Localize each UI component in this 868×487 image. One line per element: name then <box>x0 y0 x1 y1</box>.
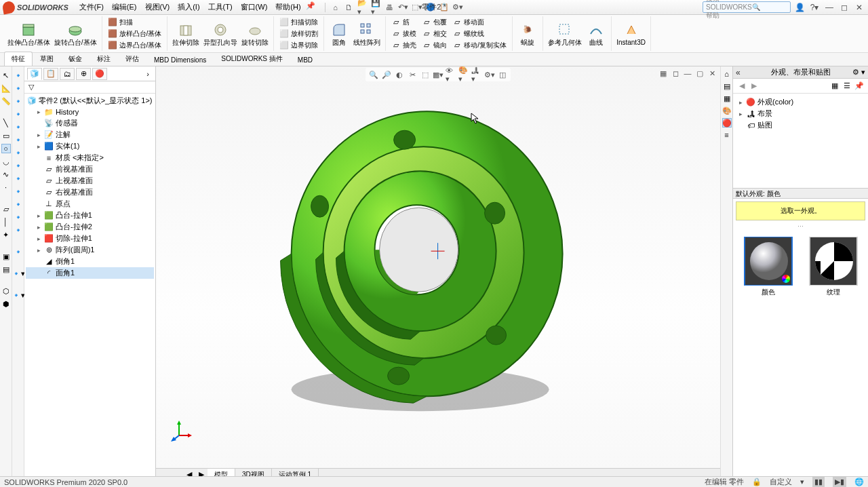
menu-file[interactable]: 文件(F) <box>75 0 108 14</box>
undo-icon[interactable]: ↶▾ <box>398 2 409 13</box>
menu-edit[interactable]: 编辑(E) <box>108 0 141 14</box>
lt2-11-icon[interactable]: 🔹 <box>14 199 23 209</box>
tree-tab-props[interactable]: 📋 <box>43 68 58 80</box>
tree-annotations[interactable]: ▸📝注解 <box>26 129 154 140</box>
model-flange[interactable] <box>271 91 570 416</box>
lt2-14-icon[interactable]: 🔹 <box>14 247 23 256</box>
draft-button[interactable]: ▱拔模 <box>389 28 419 39</box>
tree-history[interactable]: ▸📁History <box>26 106 154 117</box>
lt-plane-icon[interactable]: ▱ <box>1 204 11 214</box>
display-style-icon[interactable]: ▩▾ <box>433 69 443 80</box>
shell-button[interactable]: ▱抽壳 <box>389 40 419 51</box>
wrap-button[interactable]: ▱包覆 <box>419 17 450 28</box>
tree-fillet1[interactable]: ◜面角1 <box>26 267 154 279</box>
rp-tile-icon[interactable]: ▦ <box>830 81 840 91</box>
ref-geometry-button[interactable]: 参考几何体 <box>546 20 584 47</box>
tree-tab-display[interactable]: ⊕ <box>76 68 91 80</box>
lt-view1-icon[interactable]: ▣ <box>1 252 11 261</box>
tab-addins[interactable]: SOLIDWORKS 插件 <box>214 52 290 66</box>
thread-button[interactable]: ▱螺纹线 <box>450 28 509 39</box>
vp-close-icon[interactable]: ✕ <box>707 68 717 79</box>
tab-sheetmetal[interactable]: 钣金 <box>61 52 90 66</box>
lt2-5-icon[interactable]: 🔹 <box>14 122 23 132</box>
vp-max-icon[interactable]: ▢ <box>694 68 705 79</box>
menu-window[interactable]: 窗口(W) <box>237 0 272 14</box>
sweep-button[interactable]: 🟫扫描 <box>105 17 165 28</box>
prev-view-icon[interactable]: ◐ <box>394 69 405 80</box>
view-setting-icon[interactable]: ⚙▾ <box>484 69 495 80</box>
menu-insert[interactable]: 插入(I) <box>174 0 203 14</box>
lt-rect-icon[interactable]: ▭ <box>1 131 11 140</box>
lt-spline-icon[interactable]: ∿ <box>1 170 11 179</box>
tab-evaluate[interactable]: 评估 <box>118 52 146 66</box>
lt2-7-icon[interactable]: 🔹 <box>14 148 23 157</box>
rp-list-icon[interactable]: ☰ <box>842 81 852 91</box>
rp-fwd-icon[interactable]: ▶ <box>749 81 759 91</box>
tree-sensors[interactable]: 📡传感器 <box>26 117 154 129</box>
tree-origin[interactable]: ⊥原点 <box>26 198 154 210</box>
mirror-button[interactable]: ▱镜向 <box>419 40 450 51</box>
search-icon[interactable]: 🔍 <box>752 3 787 11</box>
close-button[interactable]: ✕ <box>853 2 865 13</box>
lt2-3-icon[interactable]: 🔹 <box>14 96 23 106</box>
rp-pin-icon[interactable]: 📌 <box>854 81 864 91</box>
rr-views-icon[interactable]: ▦ <box>722 94 732 103</box>
fillet-button[interactable]: 圆角 <box>327 20 351 47</box>
viewport[interactable]: 🔍 🔎 ◐ ✂ ⬚ ▩▾ 👁▾ 🎨▾ 🏞▾ ⚙▾ ◫ ▦ ◻ — ▢ ✕ <box>156 66 720 480</box>
tree-tab-config[interactable]: 🗂 <box>60 68 75 80</box>
rr-appearance-icon[interactable]: 🔴 <box>722 118 732 128</box>
tab-mbd-dim[interactable]: MBD Dimensions <box>146 54 214 66</box>
section-icon[interactable]: ✂ <box>407 69 418 80</box>
new-icon[interactable]: 🗋 <box>344 2 355 13</box>
swatch-texture[interactable]: 纹理 <box>809 237 858 297</box>
tree-front-plane[interactable]: ▱前视基准面 <box>26 163 154 175</box>
lt-circle-icon[interactable]: ○ <box>1 144 11 153</box>
snail-button[interactable]: 🐌蜗旋 <box>515 20 540 47</box>
settings-icon[interactable]: ⚙▾ <box>452 2 463 13</box>
tree-filter[interactable]: ▽ <box>24 81 155 94</box>
tree-expand-icon[interactable]: › <box>143 69 153 79</box>
status-next-icon[interactable]: ▶▮ <box>833 477 846 487</box>
zoom-area-icon[interactable]: 🔎 <box>381 69 392 80</box>
loft-button[interactable]: 🟫放样凸台/基体 <box>105 28 165 39</box>
lt2-16-icon[interactable]: 🔹▾ <box>14 290 23 300</box>
status-pause-icon[interactable]: ▮▮ <box>812 477 825 487</box>
boundary-button[interactable]: 🟫边界凸台/基体 <box>105 40 165 51</box>
lt-tool2-icon[interactable]: ⬢ <box>1 299 11 309</box>
extrude-cut-button[interactable]: 拉伸切除 <box>170 20 201 47</box>
extrude-boss-button[interactable]: 拉伸凸台/基体 <box>5 20 52 47</box>
tree-tab-appear[interactable]: 🔴 <box>92 68 107 80</box>
revolve-boss-button[interactable]: 旋转凸台/基体 <box>52 20 99 47</box>
status-globe-icon[interactable]: 🌐 <box>854 478 864 486</box>
rp-scene-node[interactable]: ▸🏞布景 <box>736 108 865 119</box>
tree-tab-feature[interactable]: 🧊 <box>27 68 42 80</box>
view-orient-icon[interactable]: ⬚ <box>420 69 431 80</box>
curves-button[interactable]: 曲线 <box>584 20 608 47</box>
lt2-10-icon[interactable]: 🔹 <box>14 187 23 196</box>
rr-palette-icon[interactable]: 🎨 <box>722 106 732 115</box>
tree-right-plane[interactable]: ▱右视基准面 <box>26 187 154 198</box>
tree-extrude1[interactable]: ▸🟩凸台-拉伸1 <box>26 210 154 221</box>
lt2-13-icon[interactable]: 🔹 <box>14 225 23 235</box>
tab-mbd[interactable]: MBD <box>290 54 320 66</box>
help-icon[interactable]: ?▾ <box>808 2 821 13</box>
lt-measure-icon[interactable]: 📏 <box>1 96 11 106</box>
home-icon[interactable]: ⌂ <box>330 2 341 13</box>
lt2-4-icon[interactable]: 🔹 <box>14 109 23 119</box>
lt-line-icon[interactable]: ╲ <box>1 118 11 128</box>
tree-top-plane[interactable]: ▱上视基准面 <box>26 175 154 187</box>
print-icon[interactable]: 🖶 <box>384 2 395 13</box>
tab-features[interactable]: 特征 <box>4 52 33 66</box>
hole-wizard-button[interactable]: 异型孔向导 <box>201 20 239 47</box>
open-icon[interactable]: 📂▾ <box>357 2 368 13</box>
vp-tile-icon[interactable]: ▦ <box>658 68 669 79</box>
loft-cut-button[interactable]: ⬜放样切割 <box>277 28 321 39</box>
maximize-button[interactable]: ◻ <box>838 2 850 13</box>
vp-min-icon[interactable]: — <box>682 68 693 79</box>
hide-show-icon[interactable]: 👁▾ <box>446 69 456 80</box>
select-icon[interactable]: ⬚▾ <box>412 2 422 13</box>
vp-restore-icon[interactable]: ◻ <box>670 68 681 79</box>
lt2-8-icon[interactable]: 🔹 <box>14 161 23 170</box>
lt2-12-icon[interactable]: 🔹 <box>14 212 23 222</box>
rp-appearance-node[interactable]: ▸🔴外观(color) <box>736 96 865 108</box>
